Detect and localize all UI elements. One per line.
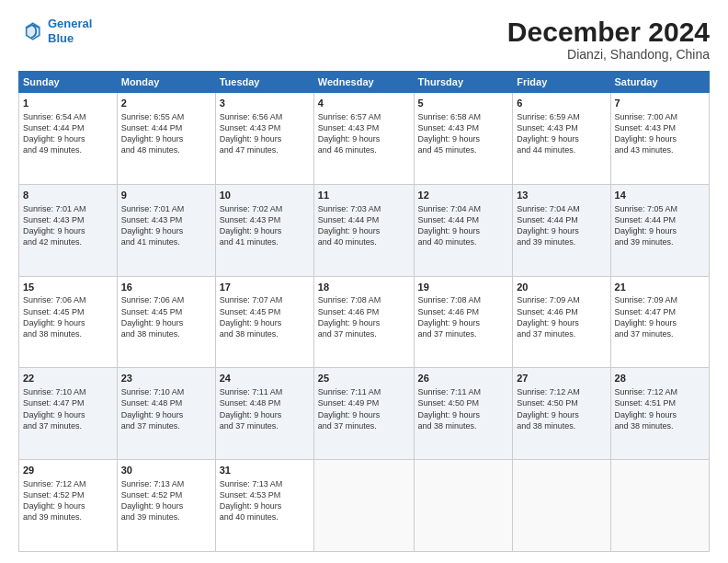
calendar-subtitle: Dianzi, Shandong, China	[507, 47, 710, 62]
day-info: Sunrise: 7:11 AMSunset: 4:49 PMDaylight:…	[318, 386, 410, 431]
calendar-cell	[313, 460, 414, 552]
calendar-header-row: SundayMondayTuesdayWednesdayThursdayFrid…	[19, 72, 710, 93]
day-info: Sunrise: 6:59 AMSunset: 4:43 PMDaylight:…	[517, 111, 606, 156]
calendar-cell: 13Sunrise: 7:04 AMSunset: 4:44 PMDayligh…	[513, 184, 610, 276]
calendar-title: December 2024	[507, 17, 710, 47]
col-header-wednesday: Wednesday	[313, 72, 414, 93]
day-number: 3	[220, 97, 310, 110]
col-header-friday: Friday	[513, 72, 610, 93]
day-number: 15	[23, 281, 113, 294]
calendar-cell: 20Sunrise: 7:09 AMSunset: 4:46 PMDayligh…	[513, 276, 610, 368]
day-info: Sunrise: 7:07 AMSunset: 4:45 PMDaylight:…	[220, 294, 310, 339]
calendar-cell: 25Sunrise: 7:11 AMSunset: 4:49 PMDayligh…	[313, 368, 414, 460]
calendar-cell: 29Sunrise: 7:12 AMSunset: 4:52 PMDayligh…	[19, 460, 118, 552]
day-number: 16	[121, 281, 211, 294]
calendar-cell: 28Sunrise: 7:12 AMSunset: 4:51 PMDayligh…	[610, 368, 709, 460]
calendar-cell: 16Sunrise: 7:06 AMSunset: 4:45 PMDayligh…	[117, 276, 215, 368]
calendar-cell	[513, 460, 610, 552]
day-info: Sunrise: 7:08 AMSunset: 4:46 PMDaylight:…	[318, 294, 410, 339]
calendar-week-5: 29Sunrise: 7:12 AMSunset: 4:52 PMDayligh…	[19, 460, 710, 552]
calendar-table: SundayMondayTuesdayWednesdayThursdayFrid…	[18, 71, 710, 552]
day-info: Sunrise: 7:06 AMSunset: 4:45 PMDaylight:…	[23, 294, 113, 339]
col-header-thursday: Thursday	[414, 72, 513, 93]
col-header-tuesday: Tuesday	[215, 72, 313, 93]
title-block: December 2024 Dianzi, Shandong, China	[507, 17, 710, 62]
day-info: Sunrise: 7:12 AMSunset: 4:51 PMDaylight:…	[615, 386, 705, 431]
day-number: 12	[418, 189, 509, 202]
day-number: 4	[318, 97, 410, 110]
col-header-monday: Monday	[117, 72, 215, 93]
calendar-cell: 17Sunrise: 7:07 AMSunset: 4:45 PMDayligh…	[215, 276, 313, 368]
logo-line1: General	[48, 17, 92, 30]
day-number: 29	[23, 464, 113, 477]
day-number: 28	[615, 372, 705, 385]
day-number: 7	[615, 97, 705, 110]
logo-icon	[18, 18, 44, 44]
calendar-cell: 14Sunrise: 7:05 AMSunset: 4:44 PMDayligh…	[610, 184, 709, 276]
day-info: Sunrise: 7:00 AMSunset: 4:43 PMDaylight:…	[615, 111, 705, 156]
day-info: Sunrise: 7:09 AMSunset: 4:47 PMDaylight:…	[615, 294, 705, 339]
calendar-cell	[610, 460, 709, 552]
day-number: 25	[318, 372, 410, 385]
day-number: 13	[517, 189, 606, 202]
day-number: 14	[615, 189, 705, 202]
logo: General Blue	[18, 17, 92, 45]
logo-line2: Blue	[48, 31, 74, 45]
calendar-cell: 22Sunrise: 7:10 AMSunset: 4:47 PMDayligh…	[19, 368, 118, 460]
day-info: Sunrise: 7:06 AMSunset: 4:45 PMDaylight:…	[121, 294, 211, 339]
header: General Blue December 2024 Dianzi, Shand…	[18, 17, 710, 62]
day-info: Sunrise: 6:55 AMSunset: 4:44 PMDaylight:…	[121, 111, 211, 156]
calendar-cell: 15Sunrise: 7:06 AMSunset: 4:45 PMDayligh…	[19, 276, 118, 368]
day-info: Sunrise: 7:01 AMSunset: 4:43 PMDaylight:…	[23, 203, 113, 248]
day-number: 18	[318, 281, 410, 294]
day-info: Sunrise: 7:09 AMSunset: 4:46 PMDaylight:…	[517, 294, 606, 339]
page: General Blue December 2024 Dianzi, Shand…	[0, 0, 728, 563]
calendar-cell: 26Sunrise: 7:11 AMSunset: 4:50 PMDayligh…	[414, 368, 513, 460]
day-number: 8	[23, 189, 113, 202]
calendar-cell: 23Sunrise: 7:10 AMSunset: 4:48 PMDayligh…	[117, 368, 215, 460]
calendar-cell: 5Sunrise: 6:58 AMSunset: 4:43 PMDaylight…	[414, 93, 513, 185]
calendar-cell: 18Sunrise: 7:08 AMSunset: 4:46 PMDayligh…	[313, 276, 414, 368]
day-info: Sunrise: 7:11 AMSunset: 4:48 PMDaylight:…	[220, 386, 310, 431]
day-number: 5	[418, 97, 509, 110]
day-number: 26	[418, 372, 509, 385]
calendar-cell: 4Sunrise: 6:57 AMSunset: 4:43 PMDaylight…	[313, 93, 414, 185]
calendar-cell: 2Sunrise: 6:55 AMSunset: 4:44 PMDaylight…	[117, 93, 215, 185]
day-number: 20	[517, 281, 606, 294]
day-info: Sunrise: 7:12 AMSunset: 4:52 PMDaylight:…	[23, 478, 113, 523]
day-info: Sunrise: 7:08 AMSunset: 4:46 PMDaylight:…	[418, 294, 509, 339]
day-number: 23	[121, 372, 211, 385]
calendar-cell: 24Sunrise: 7:11 AMSunset: 4:48 PMDayligh…	[215, 368, 313, 460]
calendar-cell: 30Sunrise: 7:13 AMSunset: 4:52 PMDayligh…	[117, 460, 215, 552]
day-info: Sunrise: 7:13 AMSunset: 4:52 PMDaylight:…	[121, 478, 211, 523]
calendar-cell: 8Sunrise: 7:01 AMSunset: 4:43 PMDaylight…	[19, 184, 118, 276]
day-info: Sunrise: 7:10 AMSunset: 4:48 PMDaylight:…	[121, 386, 211, 431]
calendar-cell: 6Sunrise: 6:59 AMSunset: 4:43 PMDaylight…	[513, 93, 610, 185]
col-header-saturday: Saturday	[610, 72, 709, 93]
day-info: Sunrise: 6:58 AMSunset: 4:43 PMDaylight:…	[418, 111, 509, 156]
day-info: Sunrise: 7:13 AMSunset: 4:53 PMDaylight:…	[220, 478, 310, 523]
calendar-cell: 31Sunrise: 7:13 AMSunset: 4:53 PMDayligh…	[215, 460, 313, 552]
day-info: Sunrise: 7:11 AMSunset: 4:50 PMDaylight:…	[418, 386, 509, 431]
day-info: Sunrise: 7:05 AMSunset: 4:44 PMDaylight:…	[615, 203, 705, 248]
calendar-cell: 12Sunrise: 7:04 AMSunset: 4:44 PMDayligh…	[414, 184, 513, 276]
day-number: 6	[517, 97, 606, 110]
calendar-cell: 21Sunrise: 7:09 AMSunset: 4:47 PMDayligh…	[610, 276, 709, 368]
calendar-week-1: 1Sunrise: 6:54 AMSunset: 4:44 PMDaylight…	[19, 93, 710, 185]
calendar-cell: 27Sunrise: 7:12 AMSunset: 4:50 PMDayligh…	[513, 368, 610, 460]
day-info: Sunrise: 7:12 AMSunset: 4:50 PMDaylight:…	[517, 386, 606, 431]
calendar-week-4: 22Sunrise: 7:10 AMSunset: 4:47 PMDayligh…	[19, 368, 710, 460]
day-number: 24	[220, 372, 310, 385]
day-number: 2	[121, 97, 211, 110]
day-info: Sunrise: 7:10 AMSunset: 4:47 PMDaylight:…	[23, 386, 113, 431]
day-number: 30	[121, 464, 211, 477]
day-info: Sunrise: 7:04 AMSunset: 4:44 PMDaylight:…	[418, 203, 509, 248]
calendar-cell: 3Sunrise: 6:56 AMSunset: 4:43 PMDaylight…	[215, 93, 313, 185]
day-number: 22	[23, 372, 113, 385]
calendar-cell: 1Sunrise: 6:54 AMSunset: 4:44 PMDaylight…	[19, 93, 118, 185]
logo-text: General Blue	[48, 17, 92, 45]
day-info: Sunrise: 7:03 AMSunset: 4:44 PMDaylight:…	[318, 203, 410, 248]
day-number: 31	[220, 464, 310, 477]
calendar-cell	[414, 460, 513, 552]
calendar-cell: 7Sunrise: 7:00 AMSunset: 4:43 PMDaylight…	[610, 93, 709, 185]
